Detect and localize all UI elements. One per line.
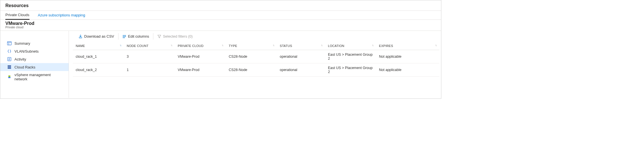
sidebar-item-label: Cloud Racks <box>14 65 35 69</box>
cell-location: East US > Placement Group 2 <box>325 63 376 77</box>
svg-rect-18 <box>125 36 126 37</box>
selected-filters-button[interactable]: Selected filters (0) <box>153 33 197 40</box>
svg-rect-15 <box>125 35 126 36</box>
sidebar-item-vsphere[interactable]: vSphere management network <box>0 71 69 83</box>
sidebar-nav: Summary VLAN/Subnets Activity <box>0 31 69 98</box>
svg-point-10 <box>8 76 10 77</box>
sort-icon: ↑↓ <box>120 44 121 47</box>
svg-rect-11 <box>8 77 10 78</box>
svg-rect-13 <box>123 35 124 36</box>
cloud-name-subtitle: Private cloud <box>5 25 436 29</box>
tab-azure-subscriptions-mapping[interactable]: Azure subscriptions mapping <box>38 11 85 20</box>
sort-icon: ↑↓ <box>171 44 172 47</box>
col-header-status[interactable]: STATUS ↑↓ <box>277 42 325 50</box>
sidebar-item-label: Activity <box>14 57 26 61</box>
table-row[interactable]: cloud_rack_2 1 VMware-Prod CS28-Node ope… <box>73 63 439 77</box>
summary-icon <box>7 41 12 46</box>
activity-icon <box>7 57 12 61</box>
page-header: Resources <box>0 0 441 11</box>
svg-rect-20 <box>124 37 125 38</box>
sidebar-item-summary[interactable]: Summary <box>0 39 69 47</box>
sidebar-item-activity[interactable]: Activity <box>0 55 69 63</box>
subheader: VMware-Prod Private cloud <box>0 20 441 31</box>
filter-icon <box>157 35 161 38</box>
sidebar-item-label: VLAN/Subnets <box>14 49 39 53</box>
col-header-name[interactable]: NAME ↑↓ <box>73 42 124 50</box>
col-header-type[interactable]: TYPE ↑↓ <box>226 42 277 50</box>
cell-private-cloud: VMware-Prod <box>175 63 226 77</box>
network-icon <box>7 75 12 79</box>
page-title: Resources <box>5 3 436 8</box>
cell-private-cloud: VMware-Prod <box>175 50 226 63</box>
toolbar-label: Download as CSV <box>84 34 114 38</box>
cell-name: cloud_rack_1 <box>73 50 124 63</box>
cell-node-count: 1 <box>124 63 175 77</box>
sort-icon: ↑↓ <box>273 44 274 47</box>
cell-name: cloud_rack_2 <box>73 63 124 77</box>
sort-icon: ↑↓ <box>222 44 223 47</box>
svg-rect-19 <box>123 37 124 38</box>
top-tabs: Private Clouds Azure subscriptions mappi… <box>0 11 441 20</box>
tab-private-clouds[interactable]: Private Clouds <box>5 11 29 20</box>
svg-rect-7 <box>8 65 11 66</box>
sidebar-item-label: vSphere management network <box>14 73 63 81</box>
sidebar-item-label: Summary <box>14 41 30 46</box>
sidebar-item-cloud-racks[interactable]: Cloud Racks <box>0 63 69 71</box>
table-row[interactable]: cloud_rack_1 3 VMware-Prod CS28-Node ope… <box>73 50 439 63</box>
sort-icon: ↑↓ <box>372 44 373 47</box>
sort-icon: ↑↓ <box>321 44 322 47</box>
col-header-node-count[interactable]: NODE COUNT ↑↓ <box>124 42 175 50</box>
cell-location: East US > Placement Group 2 <box>325 50 376 63</box>
toolbar-label: Edit columns <box>128 34 149 38</box>
svg-rect-8 <box>8 66 11 67</box>
cell-type: CS28-Node <box>226 63 277 77</box>
racks-icon <box>7 65 12 69</box>
cell-expires: Not applicable <box>376 63 439 77</box>
edit-columns-button[interactable]: Edit columns <box>118 33 153 40</box>
download-icon <box>79 35 82 38</box>
main-content: Download as CSV Edit columns <box>69 31 441 98</box>
cell-node-count: 3 <box>124 50 175 63</box>
svg-rect-14 <box>124 35 125 36</box>
cell-status: operational <box>277 50 325 63</box>
sort-icon: ↑↓ <box>435 44 437 47</box>
col-header-location[interactable]: LOCATION ↑↓ <box>325 42 376 50</box>
col-header-private-cloud[interactable]: PRIVATE CLOUD ↑↓ <box>175 42 226 50</box>
svg-rect-16 <box>123 36 124 37</box>
download-csv-button[interactable]: Download as CSV <box>75 33 118 40</box>
toolbar: Download as CSV Edit columns <box>69 31 441 42</box>
columns-icon <box>122 35 126 38</box>
cloud-racks-table: NAME ↑↓ NODE COUNT ↑↓ PRIVATE CLOUD ↑↓ T… <box>73 42 439 77</box>
svg-rect-9 <box>8 68 11 69</box>
cell-status: operational <box>277 63 325 77</box>
svg-rect-0 <box>7 42 11 45</box>
sidebar-item-vlan[interactable]: VLAN/Subnets <box>0 47 69 55</box>
brackets-icon <box>7 49 12 53</box>
svg-rect-17 <box>124 36 125 37</box>
col-header-expires[interactable]: EXPIRES ↑↓ <box>376 42 439 50</box>
toolbar-label: Selected filters (0) <box>163 34 193 38</box>
cell-type: CS28-Node <box>226 50 277 63</box>
cell-expires: Not applicable <box>376 50 439 63</box>
